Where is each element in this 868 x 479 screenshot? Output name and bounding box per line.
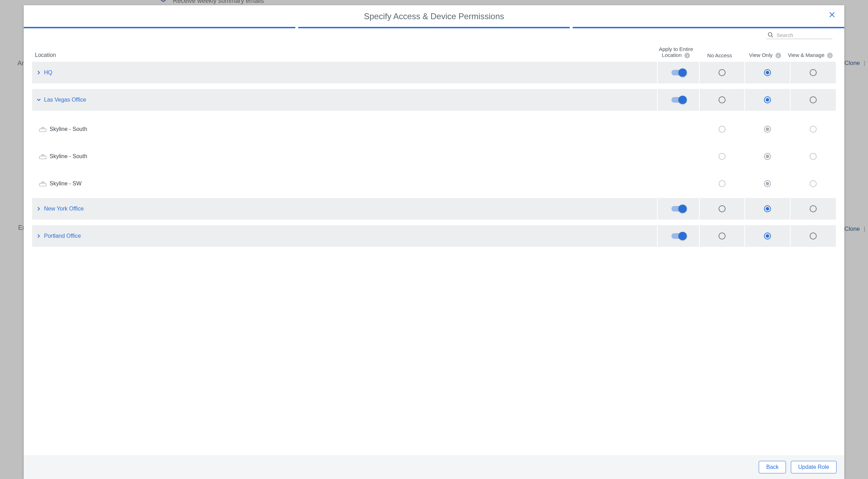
apply-entire-cell: [658, 143, 700, 169]
location-label[interactable]: New York Office: [44, 206, 84, 212]
progress-segment-1: [24, 27, 295, 28]
location-label[interactable]: Las Vegas Office: [44, 97, 86, 103]
camera-icon: [39, 181, 47, 186]
search-box[interactable]: [766, 31, 832, 39]
col-header-view-only: View Only i: [742, 52, 788, 58]
info-icon[interactable]: i: [827, 53, 833, 58]
apply-entire-toggle[interactable]: [671, 70, 685, 75]
view-only-radio[interactable]: [764, 205, 771, 212]
apply-entire-cell: [658, 171, 700, 197]
view-only-radio: [764, 126, 771, 133]
no-access-radio[interactable]: [719, 69, 726, 76]
col-header-apply: Apply to Entire Location i: [655, 46, 697, 58]
device-row: Skyline - South: [32, 116, 836, 142]
chevron-right-icon[interactable]: [36, 234, 41, 238]
view-manage-cell: [790, 62, 836, 83]
row-main-cell: Skyline - SW: [32, 171, 658, 197]
apply-entire-cell: [658, 89, 700, 111]
no-access-radio: [719, 153, 726, 160]
row-main-cell: Las Vegas Office: [32, 89, 658, 111]
view-only-cell: [745, 198, 790, 220]
no-access-cell: [700, 89, 745, 111]
modal-header: Specify Access & Device Permissions: [24, 5, 844, 22]
row-main-cell: New York Office: [32, 198, 658, 220]
view-only-radio[interactable]: [764, 96, 771, 103]
view-only-radio: [764, 180, 771, 187]
svg-point-3: [42, 128, 43, 129]
no-access-radio: [719, 180, 726, 187]
row-main-cell: HQ: [32, 62, 658, 83]
view-manage-radio[interactable]: [810, 233, 817, 240]
svg-point-5: [42, 155, 43, 156]
view-manage-cell: [790, 143, 836, 169]
view-manage-cell: [790, 116, 836, 142]
progress-segment-2: [298, 27, 570, 28]
location-label[interactable]: HQ: [44, 69, 52, 76]
location-row: New York Office: [32, 198, 836, 220]
apply-entire-cell: [658, 198, 700, 220]
chevron-down-icon[interactable]: [36, 97, 41, 102]
chevron-right-icon[interactable]: [36, 206, 41, 211]
no-access-radio: [719, 126, 726, 133]
back-button[interactable]: Back: [759, 461, 786, 473]
apply-entire-toggle[interactable]: [671, 206, 685, 212]
svg-rect-6: [39, 183, 46, 186]
col-header-view-manage: View & Manage i: [788, 52, 833, 58]
view-only-cell: [745, 225, 790, 247]
view-manage-radio[interactable]: [810, 96, 817, 103]
device-label: Skyline - South: [50, 126, 87, 132]
no-access-radio[interactable]: [719, 205, 726, 212]
info-icon[interactable]: i: [684, 53, 690, 58]
close-icon: [829, 12, 835, 18]
search-input[interactable]: [777, 32, 825, 38]
access-permissions-modal: Specify Access & Device Permissions Loca…: [24, 5, 844, 479]
apply-entire-toggle[interactable]: [671, 97, 685, 103]
permissions-table: Location Apply to Entire Location i No A…: [32, 40, 836, 247]
view-only-cell: [745, 143, 790, 169]
update-role-button[interactable]: Update Role: [791, 461, 837, 473]
modal-body: Location Apply to Entire Location i No A…: [24, 30, 844, 455]
row-main-cell: Skyline - South: [32, 143, 658, 169]
view-manage-cell: [790, 89, 836, 111]
apply-entire-cell: [658, 62, 700, 83]
no-access-cell: [700, 198, 745, 220]
close-button[interactable]: [829, 12, 838, 21]
chevron-right-icon[interactable]: [36, 70, 41, 75]
view-manage-radio: [810, 153, 817, 160]
no-access-cell: [700, 225, 745, 247]
svg-point-7: [42, 182, 43, 183]
view-only-radio[interactable]: [764, 233, 771, 240]
view-manage-radio: [810, 180, 817, 187]
device-label: Skyline - SW: [50, 180, 82, 187]
progress-segment-3: [573, 27, 844, 28]
location-row: Portland Office: [32, 225, 836, 247]
modal-footer: Back Update Role: [24, 455, 844, 479]
col-header-location: Location: [35, 52, 655, 58]
view-manage-radio[interactable]: [810, 69, 817, 76]
apply-entire-cell: [658, 225, 700, 247]
view-only-cell: [745, 89, 790, 111]
view-manage-radio: [810, 126, 817, 133]
no-access-cell: [700, 62, 745, 83]
svg-point-0: [768, 32, 772, 36]
location-label[interactable]: Portland Office: [44, 233, 81, 239]
search-row: [32, 30, 836, 40]
location-row: Las Vegas Office: [32, 89, 836, 111]
device-row: Skyline - SW: [32, 171, 836, 197]
info-icon[interactable]: i: [775, 53, 781, 58]
view-only-cell: [745, 116, 790, 142]
no-access-radio[interactable]: [719, 96, 726, 103]
view-only-cell: [745, 171, 790, 197]
location-row: HQ: [32, 62, 836, 83]
view-only-radio[interactable]: [764, 69, 771, 76]
modal-title: Specify Access & Device Permissions: [364, 12, 504, 21]
view-manage-radio[interactable]: [810, 205, 817, 212]
no-access-cell: [700, 116, 745, 142]
view-manage-cell: [790, 171, 836, 197]
apply-entire-toggle[interactable]: [671, 233, 685, 239]
view-only-radio: [764, 153, 771, 160]
svg-line-1: [771, 36, 773, 37]
no-access-radio[interactable]: [719, 233, 726, 240]
progress-bar: [24, 22, 844, 30]
svg-rect-2: [39, 129, 46, 132]
